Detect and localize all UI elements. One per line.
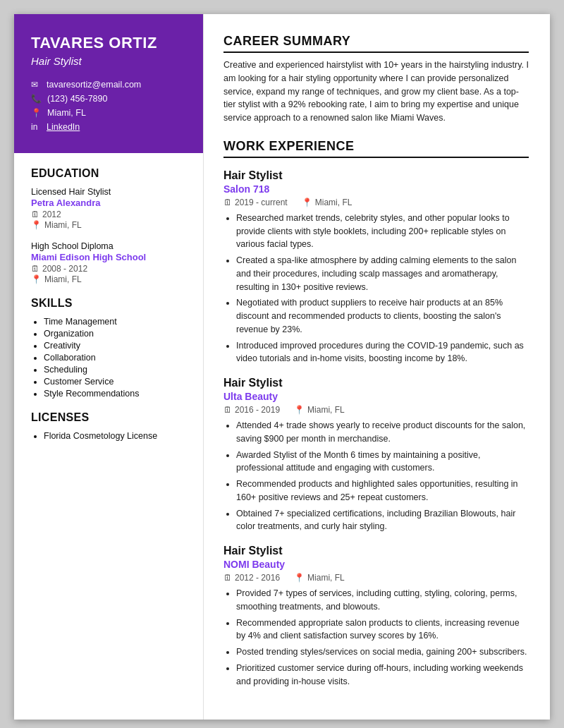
skill-item-3: Creativity <box>44 341 186 351</box>
sidebar-header: TAVARES ORTIZ Hair Stylist ✉ tavaresorti… <box>14 14 203 153</box>
job-title-1: Hair Stylist <box>223 169 529 182</box>
edu-school-1: Petra Alexandra <box>31 198 186 208</box>
license-item-1: Florida Cosmetology License <box>44 431 186 441</box>
job-company-1: Salon 718 <box>223 183 529 195</box>
work-experience-title: WORK EXPERIENCE <box>223 139 529 158</box>
edu-degree-2: High School Diploma <box>31 241 186 251</box>
job-entry-3: Hair Stylist NOMI Beauty 🗓 2012 - 2016 📍… <box>223 545 529 688</box>
licenses-section-title: LICENSES <box>31 411 186 424</box>
job-meta-2: 🗓 2016 - 2019 📍 Miami, FL <box>223 405 529 415</box>
work-experience-section: WORK EXPERIENCE Hair Stylist Salon 718 🗓… <box>223 139 529 688</box>
job-meta-3: 🗓 2012 - 2016 📍 Miami, FL <box>223 573 529 583</box>
skill-item-5: Scheduling <box>44 365 186 375</box>
skills-list: Time Management Organization Creativity … <box>31 317 186 399</box>
contact-linkedin[interactable]: in LinkedIn <box>31 122 186 132</box>
job-meta-1: 🗓 2019 - current 📍 Miami, FL <box>223 198 529 207</box>
job-location-3: 📍 Miami, FL <box>294 573 345 583</box>
bullet-1-4: Introduced improved procedures during th… <box>236 339 529 366</box>
calendar-icon-job2: 🗓 <box>223 405 232 415</box>
candidate-name: TAVARES ORTIZ <box>31 34 186 52</box>
email-icon: ✉ <box>31 80 41 90</box>
sidebar-sections: EDUCATION Licensed Hair Stylist Petra Al… <box>14 153 203 457</box>
job-location-1: 📍 Miami, FL <box>302 198 352 207</box>
job-entry-2: Hair Stylist Ulta Beauty 🗓 2016 - 2019 📍… <box>223 377 529 533</box>
edu-entry-1: Licensed Hair Stylist Petra Alexandra 🗓 … <box>31 187 186 230</box>
calendar-icon-job1: 🗓 <box>223 198 232 207</box>
edu-entry-2: High School Diploma Miami Edison High Sc… <box>31 241 186 284</box>
bullet-2-1: Attended 4+ trade shows yearly to receiv… <box>236 419 529 446</box>
job-bullets-1: Researched market trends, celebrity styl… <box>223 212 529 365</box>
job-dates-1: 🗓 2019 - current <box>223 198 288 207</box>
skill-item-7: Style Recommendations <box>44 389 186 399</box>
career-summary-text: Creative and experienced hairstylist wit… <box>223 59 529 125</box>
job-entry-1: Hair Stylist Salon 718 🗓 2019 - current … <box>223 169 529 365</box>
calendar-icon-1: 🗓 <box>31 210 39 219</box>
job-title-2: Hair Stylist <box>223 377 529 389</box>
bullet-2-4: Obtained 7+ specialized certifications, … <box>236 507 529 534</box>
bullet-1-1: Researched market trends, celebrity styl… <box>236 212 529 251</box>
job-title-3: Hair Stylist <box>223 545 529 557</box>
education-section-title: EDUCATION <box>31 167 186 180</box>
bullet-1-2: Created a spa-like atmosphere by adding … <box>236 254 529 293</box>
bullet-3-2: Recommended appropriate salon products t… <box>236 617 529 643</box>
edu-school-2: Miami Edison High School <box>31 252 186 262</box>
job-dates-3: 🗓 2012 - 2016 <box>223 573 280 583</box>
job-location-2: 📍 Miami, FL <box>294 405 345 415</box>
bullet-3-1: Provided 7+ types of services, including… <box>236 587 529 614</box>
bullet-2-3: Recommended products and highlighted sal… <box>236 478 529 504</box>
edu-degree-1: Licensed Hair Stylist <box>31 187 186 197</box>
job-bullets-2: Attended 4+ trade shows yearly to receiv… <box>223 419 529 533</box>
edu-year-2: 🗓 2008 - 2012 <box>31 264 186 274</box>
bullet-3-3: Posted trending styles/services on socia… <box>236 645 529 659</box>
skill-item-2: Organization <box>44 329 186 339</box>
main-content: CAREER SUMMARY Creative and experienced … <box>203 14 550 720</box>
skill-item-6: Customer Service <box>44 377 186 387</box>
location-icon-job1: 📍 <box>302 198 312 207</box>
contact-section: ✉ tavaresortiz@email.com 📞 (123) 456-789… <box>31 80 186 132</box>
calendar-icon-2: 🗓 <box>31 264 39 274</box>
sidebar: TAVARES ORTIZ Hair Stylist ✉ tavaresorti… <box>14 14 203 720</box>
job-company-2: Ulta Beauty <box>223 391 529 402</box>
bullet-3-4: Prioritized customer service during off-… <box>236 662 529 688</box>
edu-year-1: 🗓 2012 <box>31 210 186 219</box>
job-company-3: NOMI Beauty <box>223 559 529 570</box>
calendar-icon-job3: 🗓 <box>223 573 232 583</box>
phone-icon: 📞 <box>31 94 42 104</box>
skill-item-4: Collaboration <box>44 353 186 363</box>
job-bullets-3: Provided 7+ types of services, including… <box>223 587 529 688</box>
licenses-list: Florida Cosmetology License <box>31 431 186 441</box>
pin-icon-2: 📍 <box>31 274 42 284</box>
resume-container: TAVARES ORTIZ Hair Stylist ✉ tavaresorti… <box>14 14 550 720</box>
bullet-1-3: Negotiated with product suppliers to rec… <box>236 296 529 336</box>
contact-email: ✉ tavaresortiz@email.com <box>31 80 186 90</box>
job-dates-2: 🗓 2016 - 2019 <box>223 405 280 415</box>
skills-section-title: SKILLS <box>31 297 186 310</box>
bullet-2-2: Awarded Stylist of the Month 6 times by … <box>236 449 529 475</box>
pin-icon-1: 📍 <box>31 220 42 230</box>
candidate-title: Hair Stylist <box>31 55 186 67</box>
location-icon: 📍 <box>31 108 42 118</box>
career-summary-section: CAREER SUMMARY Creative and experienced … <box>223 34 529 125</box>
location-icon-job2: 📍 <box>294 405 305 415</box>
career-summary-title: CAREER SUMMARY <box>223 34 529 53</box>
contact-phone: 📞 (123) 456-7890 <box>31 94 186 104</box>
contact-location: 📍 Miami, FL <box>31 108 186 118</box>
location-icon-job3: 📍 <box>294 573 305 583</box>
edu-location-1: 📍 Miami, FL <box>31 220 186 230</box>
linkedin-icon: in <box>31 122 41 132</box>
edu-location-2: 📍 Miami, FL <box>31 274 186 284</box>
skill-item-1: Time Management <box>44 317 186 327</box>
